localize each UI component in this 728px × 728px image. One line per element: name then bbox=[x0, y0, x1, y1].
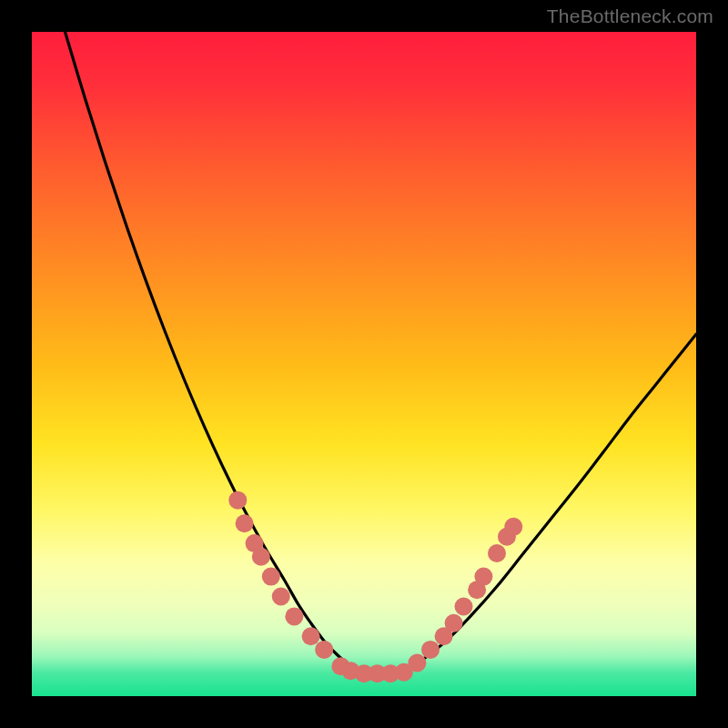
curve-marker bbox=[262, 568, 280, 586]
curve-marker bbox=[272, 588, 290, 606]
plot-background bbox=[32, 32, 696, 696]
curve-marker bbox=[236, 514, 254, 532]
curve-marker bbox=[421, 641, 440, 659]
curve-marker bbox=[445, 614, 463, 632]
bottleneck-chart bbox=[0, 0, 728, 728]
curve-marker bbox=[488, 544, 506, 562]
curve-marker bbox=[474, 568, 492, 586]
curve-marker bbox=[302, 627, 320, 645]
curve-marker bbox=[408, 654, 426, 672]
watermark-text: TheBottleneck.com bbox=[547, 5, 713, 27]
curve-marker bbox=[252, 548, 270, 566]
curve-marker bbox=[285, 607, 303, 625]
curve-marker bbox=[455, 597, 473, 615]
curve-marker bbox=[228, 491, 247, 510]
chart-container: TheBottleneck.com bbox=[0, 0, 728, 728]
curve-marker bbox=[315, 641, 333, 659]
curve-marker bbox=[504, 518, 522, 536]
